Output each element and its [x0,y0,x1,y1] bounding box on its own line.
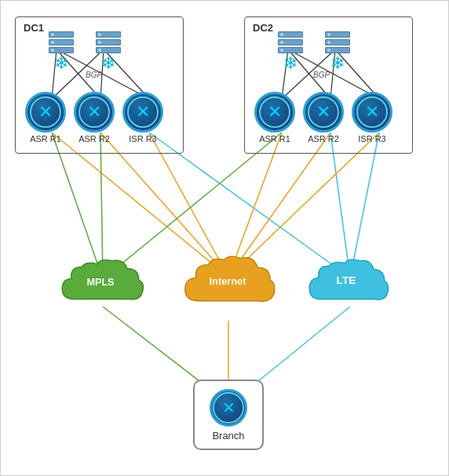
mpls-cloud-svg: MPLS [54,253,147,314]
dc2-label: DC2 [253,22,273,34]
dc2-router1: ✕ ASR R1 [254,92,295,144]
dc1-server1: ❄ [49,31,74,74]
dc1-server1-stack [49,31,74,53]
svg-line-28 [246,307,350,391]
dc1-server2: ❄ [96,31,121,74]
dc2-server1: ❄ [278,31,303,74]
svg-text:LTE: LTE [337,274,356,286]
dc2-router1-label: ASR R1 [259,134,290,144]
dc2-router1-icon: ✕ [268,102,282,122]
dc2-router3-label: ISR R3 [358,134,385,144]
dc1-router3-label: ISR R3 [129,134,156,144]
svg-text:Internet: Internet [210,275,247,287]
dc2-router3: ✕ ISR R3 [352,92,392,144]
dc2-server1-stack [278,31,303,53]
dc1-server2-snowflake: ❄ [101,53,115,74]
dc2-router3-icon: ✕ [365,102,379,122]
dc2-server2-snowflake: ❄ [330,53,345,74]
branch-label: Branch [212,430,244,441]
branch-router-circle: ✕ [210,389,247,427]
dc1-server1-snowflake: ❄ [54,53,68,74]
dc1-router3-circle: ✕ [122,92,163,133]
dc2-router2: ✕ ASR R2 [303,92,344,144]
internet-cloud-svg: Internet [177,250,278,317]
dc2-router1-circle: ✕ [254,92,295,133]
dc2-router2-circle: ✕ [303,92,344,133]
dc1-router2-label: ASR R2 [78,134,110,144]
svg-line-26 [103,307,213,391]
dc1-router1: ✕ ASR R1 [25,92,66,144]
dc2-router2-icon: ✕ [316,102,330,122]
dc1-router1-circle: ✕ [25,92,66,133]
dc2-server2-stack [325,31,350,53]
dc1-router3-icon: ✕ [136,102,150,122]
dc2-server2: ❄ [325,31,350,74]
mpls-cloud: MPLS [54,253,147,314]
internet-cloud: Internet [177,250,278,317]
lte-cloud: LTE [303,253,389,314]
branch-router-icon: ✕ [222,398,235,417]
dc1-router1-icon: ✕ [38,102,53,122]
dc1-server2-stack [96,31,121,53]
dc1-box: DC1 ❄ ❄ ✕ ASR R1 [15,16,184,154]
dc2-router2-label: ASR R2 [308,134,339,144]
dc2-server1-snowflake: ❄ [283,53,298,74]
dc1-router3: ✕ ISR R3 [122,92,163,144]
dc1-router2: ✕ ASR R2 [74,92,115,144]
dc2-router3-circle: ✕ [352,92,392,133]
branch-box: ✕ Branch [193,380,264,450]
dc1-router2-circle: ✕ [74,92,115,133]
lte-cloud-svg: LTE [303,253,389,314]
dc2-box: DC2 ❄ ❄ ✕ ASR R1 [244,16,413,154]
dc1-router1-label: ASR R1 [30,134,61,144]
dc1-router2-icon: ✕ [87,102,101,122]
svg-text:MPLS: MPLS [86,277,114,288]
diagram-container: BGP BGP [0,0,449,476]
dc1-label: DC1 [24,22,44,34]
